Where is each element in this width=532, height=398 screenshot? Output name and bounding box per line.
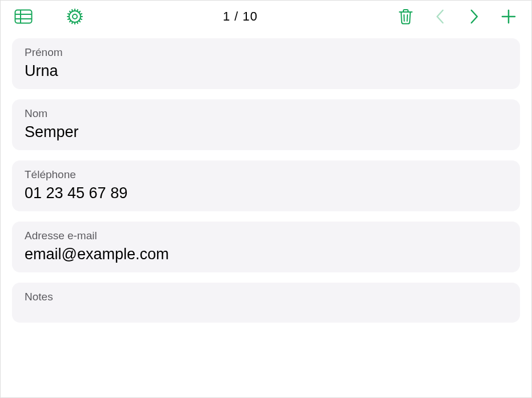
field-email[interactable]: Adresse e-mail email@example.com [12, 222, 520, 272]
field-nom[interactable]: Nom Semper [12, 99, 520, 150]
toolbar: 1 / 10 [1, 1, 531, 33]
svg-point-5 [73, 14, 77, 19]
svg-rect-0 [15, 10, 32, 23]
field-label: Nom [25, 107, 507, 120]
svg-line-23 [407, 15, 408, 21]
delete-button[interactable] [389, 4, 423, 29]
svg-line-13 [79, 11, 80, 13]
field-value: Urna [25, 62, 507, 80]
field-label: Notes [25, 291, 507, 303]
svg-line-15 [77, 22, 78, 23]
svg-line-17 [80, 14, 82, 14]
settings-button[interactable] [58, 4, 92, 29]
field-label: Prénom [25, 46, 507, 59]
svg-line-21 [80, 19, 82, 19]
toolbar-right-group [389, 4, 526, 29]
field-telephone[interactable]: Téléphone 01 23 45 67 89 [12, 160, 520, 211]
field-notes[interactable]: Notes [12, 283, 520, 323]
field-prenom[interactable]: Prénom Urna [12, 38, 520, 89]
toolbar-left-group [6, 4, 92, 29]
svg-line-16 [68, 19, 70, 19]
svg-line-14 [72, 10, 73, 11]
svg-line-10 [70, 11, 71, 13]
previous-record-button [423, 4, 457, 29]
svg-line-19 [72, 22, 73, 23]
field-value: 01 23 45 67 89 [25, 184, 507, 202]
svg-line-12 [70, 21, 71, 22]
page-indicator: 1 / 10 [92, 9, 389, 24]
add-record-button[interactable] [491, 4, 526, 29]
table-view-button[interactable] [6, 4, 41, 29]
svg-line-18 [77, 10, 78, 11]
field-value: email@example.com [25, 246, 507, 263]
field-value: Semper [25, 123, 507, 141]
next-record-button[interactable] [457, 4, 491, 29]
svg-line-11 [79, 21, 80, 22]
field-label: Adresse e-mail [25, 230, 507, 242]
svg-line-22 [404, 15, 405, 21]
field-label: Téléphone [25, 168, 507, 181]
form-fields: Prénom Urna Nom Semper Téléphone 01 23 4… [1, 33, 531, 323]
svg-line-20 [68, 14, 70, 14]
